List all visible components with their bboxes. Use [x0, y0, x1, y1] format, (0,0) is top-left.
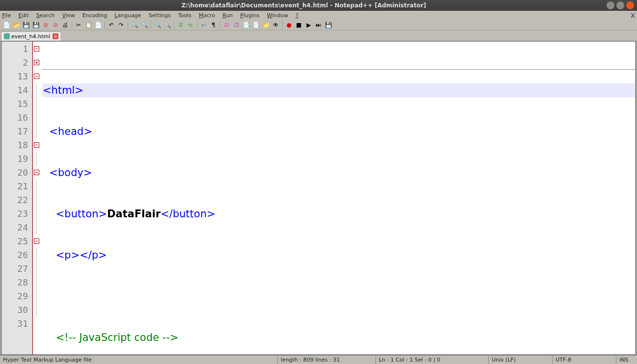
save-icon[interactable]: 💾: [22, 21, 30, 29]
monitor-icon[interactable]: 👁: [271, 21, 280, 29]
redo-icon[interactable]: ↷: [117, 21, 126, 29]
toolbar-separator: [128, 21, 128, 29]
menu-plugins[interactable]: Plugins: [240, 12, 259, 19]
menu-bar: File Edit Search View Encoding Language …: [0, 11, 637, 20]
cut-icon[interactable]: ✂: [74, 21, 83, 29]
toolbar-separator: [220, 21, 220, 29]
status-encoding[interactable]: UTF-8: [552, 356, 616, 364]
maximize-icon[interactable]: [616, 1, 624, 9]
close-doc-x-icon[interactable]: X: [631, 12, 635, 19]
line-number: 16: [2, 111, 32, 125]
zoom-out-icon[interactable]: 🔍: [163, 21, 172, 29]
play-icon[interactable]: ▶: [304, 21, 313, 29]
code-area[interactable]: <html> <head> <body> <button>DataFlair</…: [42, 42, 635, 354]
find-icon[interactable]: 🔍: [130, 21, 139, 29]
close-icon[interactable]: [626, 1, 634, 9]
print-icon[interactable]: 🖨: [61, 21, 70, 29]
line-number: 2: [2, 56, 32, 70]
line-number: 27: [2, 262, 32, 276]
minimize-icon[interactable]: [607, 1, 614, 9]
fold-plus-icon[interactable]: [34, 60, 39, 65]
line-number: 1: [2, 42, 32, 56]
menu-help[interactable]: ?: [295, 12, 298, 19]
stop-icon[interactable]: ■: [294, 21, 303, 29]
line-number: 15: [2, 97, 32, 111]
menu-view[interactable]: View: [62, 12, 75, 19]
toolbar-separator: [174, 21, 174, 29]
line-number: 18: [2, 138, 32, 152]
line-number-gutter: 1 2 13 14 15 16 17 18 19 20 21 22 23 24 …: [2, 42, 32, 354]
line-number: 13: [2, 70, 32, 83]
menu-file[interactable]: File: [2, 12, 11, 19]
menu-edit[interactable]: Edit: [18, 12, 28, 19]
func-list-icon[interactable]: 📑: [252, 21, 261, 29]
tab-bar: event_h4.html ×: [0, 30, 637, 41]
editor[interactable]: 1 2 13 14 15 16 17 18 19 20 21 22 23 24 …: [0, 41, 637, 355]
fold-minus-icon[interactable]: [34, 170, 39, 175]
menu-macro[interactable]: Macro: [199, 12, 215, 19]
fold-minus-icon[interactable]: [34, 238, 39, 244]
line-number: 25: [2, 234, 32, 248]
head-collapse-line: [42, 69, 635, 70]
fold-minus-icon[interactable]: [34, 46, 39, 52]
toolbar-separator: [151, 21, 151, 29]
sync-v-icon[interactable]: ⇵: [176, 21, 185, 29]
file-icon: [4, 33, 10, 39]
status-eol[interactable]: Unix (LF): [488, 356, 552, 364]
tab-close-icon[interactable]: ×: [53, 33, 58, 39]
status-position: Ln : 1 Col : 1 Sel : 0 | 0: [375, 356, 488, 364]
toolbar-separator: [72, 21, 72, 29]
line-number: 23: [2, 207, 32, 221]
title-bar: Z:\home\dataflair\Documents\event_h4.htm…: [0, 0, 637, 11]
new-icon[interactable]: 📄: [2, 21, 11, 29]
toolbar: 📄 📂 💾 💾 ⊘ ⊘ 🖨 ✂ 📋 📄 ↶ ↷ 🔍 🔍 🔍 🔍 ⇵ ⇆ ↩ ¶ …: [0, 20, 637, 30]
close-all-icon[interactable]: ⊘: [51, 21, 60, 29]
lang-icon[interactable]: ⊡: [232, 21, 241, 29]
folder-icon[interactable]: 📁: [262, 21, 270, 29]
line-number: 14: [2, 83, 32, 97]
line-number: 30: [2, 303, 32, 317]
replace-icon[interactable]: 🔍: [140, 21, 149, 29]
save-macro-icon[interactable]: 💾: [324, 21, 333, 29]
tab-active[interactable]: event_h4.html ×: [1, 31, 61, 41]
menu-language[interactable]: Language: [114, 12, 141, 19]
line-number: 22: [2, 193, 32, 207]
copy-icon[interactable]: 📋: [84, 21, 93, 29]
zoom-in-icon[interactable]: 🔍: [153, 21, 162, 29]
fold-minus-icon[interactable]: [34, 142, 39, 148]
menu-encoding[interactable]: Encoding: [82, 12, 107, 19]
sync-h-icon[interactable]: ⇆: [186, 21, 195, 29]
line-number: 19: [2, 152, 32, 166]
line-number: 24: [2, 221, 32, 234]
wrap-icon[interactable]: ↩: [199, 21, 208, 29]
status-length: length : 809 lines : 31: [277, 356, 375, 364]
line-number: 17: [2, 125, 32, 138]
menu-run[interactable]: Run: [222, 12, 233, 19]
paste-icon[interactable]: 📄: [94, 21, 103, 29]
line-number: 28: [2, 276, 32, 289]
line-number: 21: [2, 180, 32, 193]
line-number: 26: [2, 248, 32, 262]
fold-minus-icon[interactable]: [34, 74, 39, 79]
doc-map-icon[interactable]: 📑: [242, 21, 251, 29]
play-multi-icon[interactable]: ⏭: [314, 21, 323, 29]
menu-search[interactable]: Search: [36, 12, 55, 19]
undo-icon[interactable]: ↶: [107, 21, 116, 29]
fold-column: [32, 42, 42, 354]
menu-window[interactable]: Window: [267, 12, 288, 19]
toolbar-separator: [197, 21, 197, 29]
save-all-icon[interactable]: 💾: [31, 21, 40, 29]
allchars-icon[interactable]: ¶: [209, 21, 218, 29]
open-icon[interactable]: 📂: [12, 21, 21, 29]
close-icon[interactable]: ⊘: [41, 21, 50, 29]
status-language: Hyper Text Markup Language file: [0, 356, 277, 364]
tab-label: event_h4.html: [11, 33, 50, 40]
indent-guide-icon[interactable]: ⊟: [222, 21, 231, 29]
record-icon[interactable]: ●: [285, 21, 293, 29]
menu-settings[interactable]: Settings: [149, 12, 171, 19]
status-bar: Hyper Text Markup Language file length :…: [0, 355, 637, 364]
line-number: 20: [2, 166, 32, 180]
toolbar-separator: [282, 21, 283, 29]
status-mode[interactable]: INS: [616, 356, 637, 364]
menu-tools[interactable]: Tools: [178, 12, 191, 19]
